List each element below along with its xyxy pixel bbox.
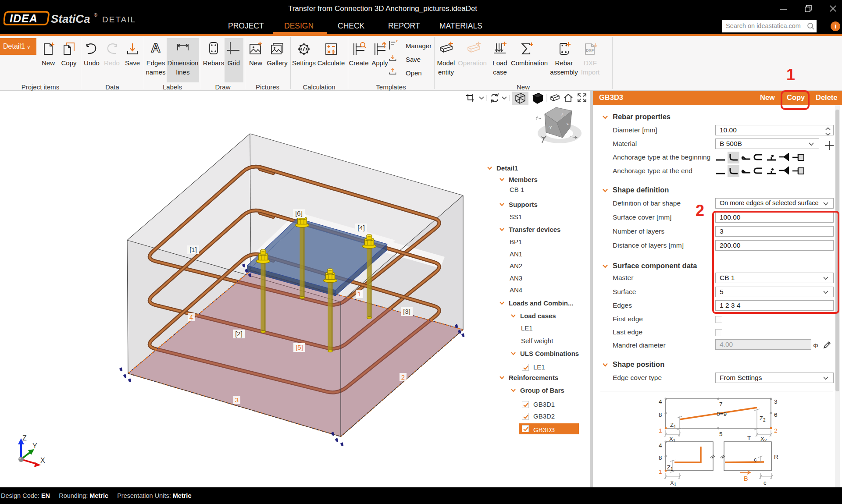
svg-text:[5]: [5] bbox=[296, 344, 303, 351]
svg-text:1: 1 bbox=[357, 290, 361, 298]
svg-text:T: T bbox=[747, 435, 751, 441]
svg-text:Y: Y bbox=[32, 442, 37, 450]
svg-text:1: 1 bbox=[659, 469, 662, 475]
svg-text:8: 8 bbox=[659, 454, 662, 461]
svg-text:IDEA: IDEA bbox=[10, 12, 38, 25]
svg-text:DXF: DXF bbox=[586, 48, 594, 53]
svg-text:3: 3 bbox=[774, 398, 778, 405]
svg-text:A: A bbox=[151, 40, 161, 55]
svg-text:·Y: ·Y bbox=[548, 125, 552, 130]
svg-text:4: 4 bbox=[659, 398, 662, 405]
svg-text:X: X bbox=[40, 457, 45, 464]
svg-text:6: 6 bbox=[774, 412, 778, 418]
svg-text:↗: ↗ bbox=[560, 112, 564, 117]
svg-text:StatiCa: StatiCa bbox=[51, 12, 90, 25]
svg-text:B: B bbox=[744, 475, 748, 482]
svg-text:0=9: 0=9 bbox=[717, 411, 727, 417]
svg-text:[1]: [1] bbox=[189, 246, 197, 253]
svg-text:7: 7 bbox=[719, 401, 723, 408]
svg-text:[2]: [2] bbox=[235, 330, 243, 337]
svg-text:Z: Z bbox=[22, 434, 27, 442]
svg-text:c: c bbox=[764, 479, 767, 486]
svg-text:Z1: Z1 bbox=[667, 464, 673, 472]
svg-text:8: 8 bbox=[659, 412, 662, 418]
svg-text:R: R bbox=[774, 454, 778, 460]
svg-text:®: ® bbox=[94, 12, 97, 18]
svg-text:4: 4 bbox=[659, 442, 662, 449]
svg-text:4: 4 bbox=[189, 313, 193, 321]
svg-text:DETAIL: DETAIL bbox=[102, 15, 136, 24]
svg-text:1: 1 bbox=[659, 427, 662, 434]
svg-text:[6]: [6] bbox=[295, 209, 303, 217]
svg-text:X1: X1 bbox=[670, 479, 677, 487]
svg-text:2: 2 bbox=[401, 373, 405, 381]
svg-text:c: c bbox=[754, 456, 757, 463]
svg-text:2: 2 bbox=[774, 427, 778, 434]
svg-text:↘: ↘ bbox=[566, 121, 569, 126]
svg-text:Z2: Z2 bbox=[760, 415, 766, 422]
svg-text:Z1: Z1 bbox=[670, 422, 676, 429]
svg-text:[4]: [4] bbox=[357, 224, 365, 231]
svg-text:3: 3 bbox=[235, 396, 239, 404]
svg-text:5: 5 bbox=[719, 431, 723, 437]
svg-text:[3]: [3] bbox=[403, 308, 410, 315]
